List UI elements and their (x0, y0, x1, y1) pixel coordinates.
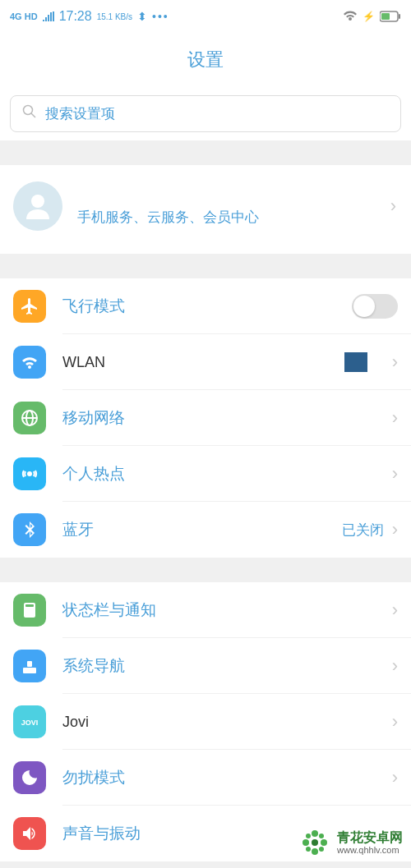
chevron-right-icon: › (392, 519, 398, 540)
chevron-right-icon: › (392, 655, 398, 677)
chevron-right-icon: › (392, 599, 398, 621)
system-nav-row[interactable]: 系统导航 › (0, 638, 411, 694)
svg-point-5 (31, 195, 44, 208)
more-icon: ••• (152, 10, 169, 23)
spacer (0, 140, 411, 165)
status-bar: 4G HD 17:28 15.1 KB/s ⬍ ••• ⚡ (0, 0, 411, 33)
settings-group-2: 状态栏与通知 › 系统导航 › JOVI Jovi › 勿扰模式 › 声音与振动… (0, 582, 411, 861)
account-row[interactable]: 手机服务、云服务、会员中心 › (0, 165, 411, 254)
status-speed: 15.1 KB/s (97, 12, 132, 21)
svg-point-17 (321, 839, 327, 846)
chevron-right-icon: › (392, 711, 398, 733)
status-label: 状态栏与通知 (62, 599, 392, 621)
svg-rect-2 (399, 14, 400, 19)
status-right: ⚡ (343, 11, 401, 22)
hotspot-icon (13, 457, 46, 490)
avatar (13, 181, 62, 231)
mobile-label: 移动网络 (62, 407, 392, 429)
globe-icon (13, 402, 46, 434)
charging-icon: ⚡ (363, 11, 375, 22)
svg-point-19 (306, 834, 311, 838)
bluetooth-row[interactable]: 蓝牙 已关闭 › (0, 502, 411, 558)
spacer (0, 254, 411, 278)
notification-icon (13, 594, 46, 627)
svg-point-15 (312, 830, 318, 837)
svg-rect-1 (381, 13, 390, 20)
jovi-row[interactable]: JOVI Jovi › (0, 694, 411, 750)
status-left: 4G HD 17:28 15.1 KB/s ⬍ ••• (10, 9, 169, 24)
jovi-label: Jovi (62, 714, 392, 731)
chevron-right-icon: › (392, 767, 398, 788)
wlan-label: WLAN (62, 354, 344, 371)
chevron-right-icon: › (392, 351, 398, 373)
wlan-icon (13, 346, 46, 379)
airplane-toggle[interactable] (352, 294, 398, 319)
search-placeholder: 搜索设置项 (45, 104, 115, 123)
nav-label: 系统导航 (62, 655, 392, 677)
wlan-badge (344, 352, 367, 372)
svg-point-22 (319, 847, 324, 852)
watermark-title: 青花安卓网 (337, 830, 403, 845)
search-icon (22, 104, 37, 123)
wifi-icon (343, 11, 358, 22)
svg-text:JOVI: JOVI (21, 719, 39, 727)
dnd-label: 勿扰模式 (62, 767, 392, 788)
chevron-right-icon: › (390, 195, 396, 217)
battery-icon (380, 11, 401, 22)
svg-point-20 (319, 834, 324, 838)
status-bar-row[interactable]: 状态栏与通知 › (0, 582, 411, 638)
wlan-row[interactable]: WLAN › (0, 334, 411, 390)
watermark-url: www.qhhlv.com (337, 845, 403, 855)
moon-icon (13, 761, 46, 794)
svg-rect-11 (25, 604, 34, 607)
status-time: 17:28 (59, 9, 92, 24)
bluetooth-icon (13, 513, 46, 546)
watermark: 青花安卓网 www.qhhlv.com (298, 825, 403, 860)
usb-icon: ⬍ (137, 10, 147, 23)
svg-point-18 (312, 848, 318, 855)
mobile-network-row[interactable]: 移动网络 › (0, 390, 411, 446)
airplane-label: 飞行模式 (62, 296, 352, 317)
chevron-right-icon: › (392, 407, 398, 429)
airplane-mode-row[interactable]: 飞行模式 (0, 278, 411, 334)
bluetooth-label: 蓝牙 (62, 519, 342, 540)
airplane-icon (13, 290, 46, 323)
jovi-icon: JOVI (13, 705, 46, 738)
svg-line-4 (31, 113, 35, 117)
svg-point-9 (27, 471, 32, 476)
svg-rect-13 (27, 661, 32, 667)
svg-point-16 (302, 839, 309, 846)
toggle-knob (353, 296, 375, 317)
page-title: 设置 (0, 33, 411, 87)
watermark-logo-icon (298, 825, 332, 860)
signal-bars-icon (43, 11, 54, 21)
account-subtitle: 手机服务、云服务、会员中心 (77, 208, 259, 227)
svg-point-23 (312, 839, 318, 846)
svg-point-21 (306, 847, 311, 852)
settings-group-1: 飞行模式 WLAN › 移动网络 › 个人热点 › 蓝牙 已关闭 › (0, 278, 411, 558)
navigation-icon (13, 650, 46, 682)
svg-rect-12 (23, 668, 36, 673)
search-section: 搜索设置项 (0, 87, 411, 140)
spacer (0, 558, 411, 582)
chevron-right-icon: › (392, 463, 398, 485)
speaker-icon (13, 817, 46, 850)
bluetooth-value: 已关闭 (342, 521, 384, 540)
dnd-row[interactable]: 勿扰模式 › (0, 750, 411, 806)
signal-indicator: 4G HD (10, 11, 38, 21)
search-input[interactable]: 搜索设置项 (10, 95, 401, 132)
svg-point-3 (24, 106, 33, 115)
hotspot-row[interactable]: 个人热点 › (0, 446, 411, 502)
hotspot-label: 个人热点 (62, 463, 392, 485)
